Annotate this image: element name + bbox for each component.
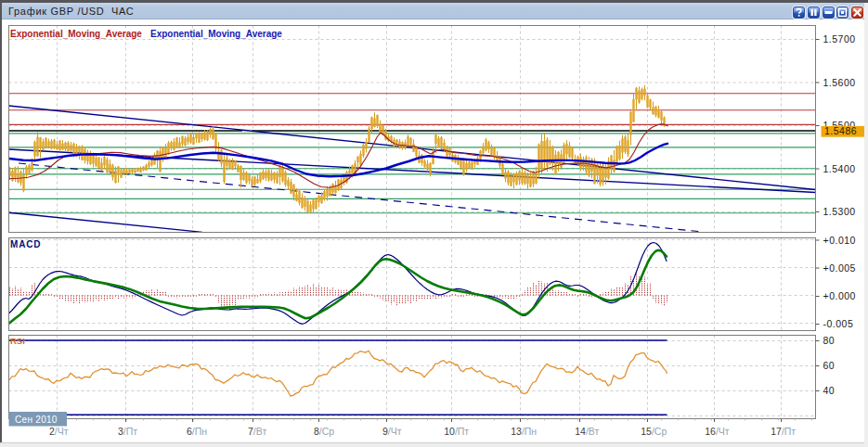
svg-text:8/Ср: 8/Ср [314, 426, 334, 437]
svg-text:16/Чт: 16/Чт [705, 426, 730, 437]
svg-text:RSI: RSI [10, 336, 25, 346]
svg-text:1.5600: 1.5600 [823, 77, 856, 88]
svg-text:2/Чт: 2/Чт [49, 426, 69, 437]
svg-text:40: 40 [823, 385, 836, 396]
svg-text:Exponential_Moving_Average: Exponential_Moving_Average [10, 29, 142, 39]
svg-text:+0.010: +0.010 [823, 235, 856, 246]
svg-text:1.5400: 1.5400 [823, 163, 856, 174]
svg-text:10/Пт: 10/Пт [444, 426, 469, 437]
svg-text:1.5486: 1.5486 [824, 125, 857, 136]
svg-text:1.5300: 1.5300 [823, 206, 856, 217]
svg-text:6/Пн: 6/Пн [187, 426, 207, 437]
svg-text:MACD: MACD [10, 239, 41, 249]
svg-text:13/Пн: 13/Пн [511, 426, 537, 437]
svg-text:7/Вт: 7/Вт [248, 426, 266, 437]
svg-text:9/Чт: 9/Чт [382, 426, 402, 437]
svg-text:3/Пт: 3/Пт [118, 426, 137, 437]
svg-text:+0.005: +0.005 [823, 262, 856, 274]
svg-text:14/Вт: 14/Вт [575, 426, 599, 437]
svg-text:1.5700: 1.5700 [823, 33, 856, 45]
svg-text:80: 80 [823, 335, 836, 346]
svg-text:Exponential_Moving_Average: Exponential_Moving_Average [150, 29, 282, 39]
svg-text:Сен 2010: Сен 2010 [15, 415, 58, 425]
svg-text:60: 60 [823, 360, 836, 371]
svg-text:-0.005: -0.005 [823, 318, 854, 329]
svg-text:15/Ср: 15/Ср [641, 426, 667, 437]
svg-text:17/Пт: 17/Пт [771, 426, 796, 437]
svg-text:+0.000: +0.000 [823, 290, 856, 301]
